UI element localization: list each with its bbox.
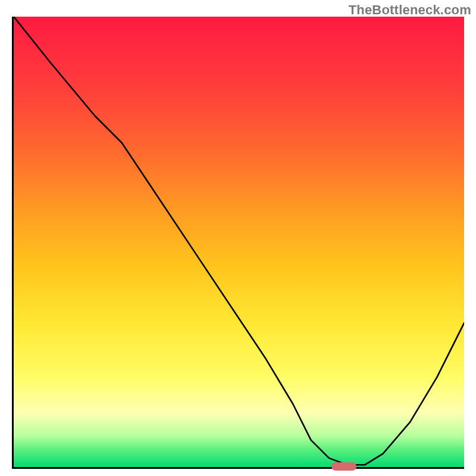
bottleneck-curve: [14, 17, 464, 467]
chart-canvas: TheBottleneck.com: [0, 0, 476, 476]
plot-area: [12, 17, 464, 469]
optimal-marker: [331, 462, 356, 471]
watermark-text: TheBottleneck.com: [349, 2, 471, 18]
